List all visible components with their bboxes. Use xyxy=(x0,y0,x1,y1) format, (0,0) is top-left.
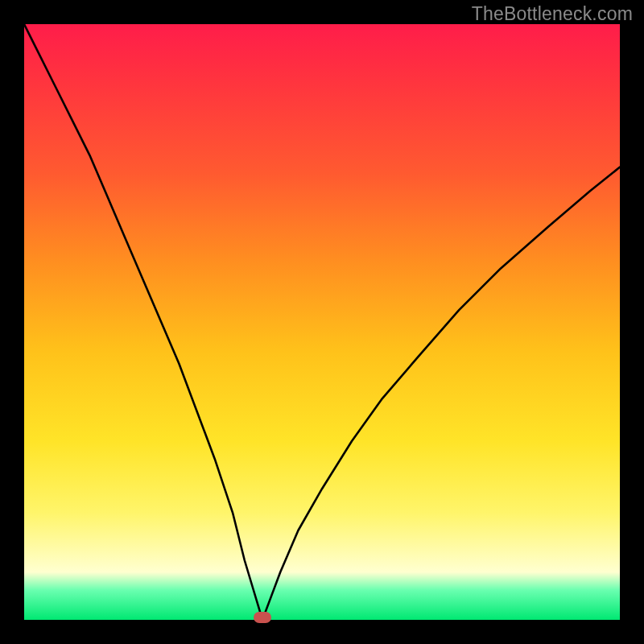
chart-frame: TheBottleneck.com xyxy=(0,0,644,644)
bottleneck-curve xyxy=(24,24,620,620)
plot-area xyxy=(24,24,620,620)
watermark-text: TheBottleneck.com xyxy=(472,3,633,25)
minimum-marker xyxy=(254,612,271,623)
